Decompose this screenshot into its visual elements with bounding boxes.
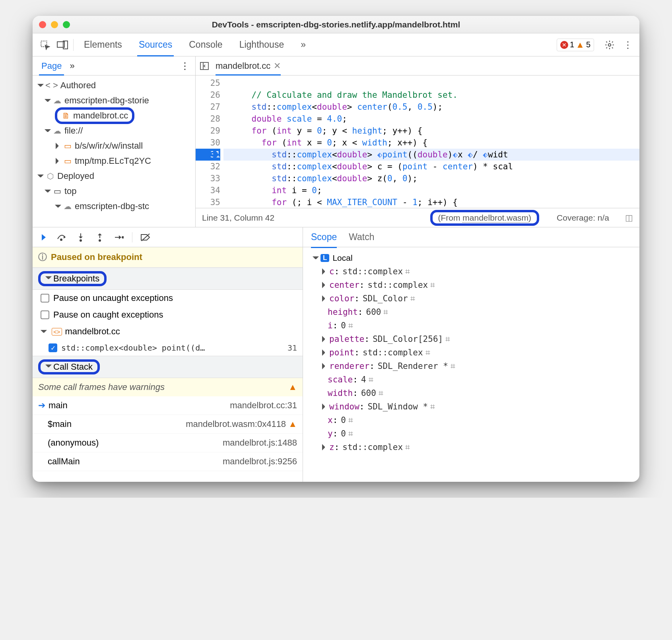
bp-file-group[interactable]: <> mandelbrot.cc	[33, 323, 303, 340]
memory-chip-icon[interactable]: ⌗	[410, 294, 415, 303]
tab-elements[interactable]: Elements	[78, 33, 128, 56]
navigator-overflow[interactable]: »	[70, 61, 74, 71]
close-tab-icon[interactable]: ✕	[274, 61, 281, 71]
memory-chip-icon[interactable]: ⌗	[348, 415, 353, 425]
issues-badge[interactable]: ✕ 1 ▲ 5	[557, 39, 594, 51]
call-stack-frame[interactable]: (anonymous)mandelbrot.js:1488	[33, 434, 303, 452]
tree-origin-file[interactable]: ☁file://	[33, 123, 195, 138]
tree-frame-top[interactable]: ▭top	[33, 184, 195, 199]
tab-console[interactable]: Console	[183, 33, 229, 56]
navigator-panel: Page » ⋮ < >Authored ☁emscripten-dbg-sto…	[33, 56, 196, 227]
memory-chip-icon[interactable]: ⌗	[425, 348, 430, 357]
local-badge-icon: L	[320, 254, 329, 262]
warning-icon: ▲	[288, 382, 297, 392]
scope-variable[interactable]: center:std::complex⌗	[309, 278, 634, 292]
memory-chip-icon[interactable]: ⌗	[348, 429, 353, 438]
memory-chip-icon[interactable]: ⌗	[405, 442, 410, 452]
scope-variable[interactable]: height:600⌗	[309, 305, 634, 319]
tab-overflow[interactable]: »	[294, 33, 312, 56]
device-toggle-icon[interactable]	[56, 38, 69, 52]
close-icon[interactable]	[39, 21, 46, 28]
svg-point-8	[80, 240, 82, 241]
tree-file-mandelbrot[interactable]: 🗎mandelbrot.cc	[33, 108, 195, 123]
scope-variable[interactable]: width:600⌗	[309, 386, 634, 400]
tab-sources[interactable]: Sources	[132, 33, 179, 56]
cloud-icon: ☁	[63, 202, 72, 211]
scope-variable[interactable]: scale:4⌗	[309, 373, 634, 386]
window-title: DevTools - emscripten-dbg-stories.netlif…	[33, 20, 639, 29]
navigator-tab-page[interactable]: Page	[38, 56, 65, 76]
memory-chip-icon[interactable]: ⌗	[430, 280, 435, 290]
memory-chip-icon[interactable]: ⌗	[383, 307, 388, 317]
call-stack-frame[interactable]: ➔mainmandelbrot.cc:31	[33, 396, 303, 415]
section-call-stack[interactable]: Call Stack	[33, 356, 303, 378]
step-out-button[interactable]	[94, 231, 106, 243]
scope-variable[interactable]: point:std::complex⌗	[309, 346, 634, 359]
scope-variable[interactable]: y:0⌗	[309, 427, 634, 440]
folder-icon: ▭	[63, 156, 72, 166]
scope-variable[interactable]: palette:SDL_Color[256]⌗	[309, 332, 634, 346]
section-breakpoints[interactable]: Breakpoints	[33, 268, 303, 290]
fullscreen-icon[interactable]	[63, 21, 70, 28]
tree-origin-deployed-site[interactable]: ☁emscripten-dbg-stc	[33, 199, 195, 214]
scope-variable[interactable]: window:SDL_Window *⌗	[309, 400, 634, 413]
error-icon: ✕	[560, 41, 568, 49]
memory-chip-icon[interactable]: ⌗	[369, 375, 373, 384]
kebab-menu-icon[interactable]: ⋮	[620, 38, 634, 52]
minimize-icon[interactable]	[51, 21, 58, 28]
scope-variable[interactable]: renderer:SDL_Renderer *⌗	[309, 359, 634, 373]
tree-origin-emscripten[interactable]: ☁emscripten-dbg-storie	[33, 93, 195, 108]
line-gutter[interactable]: 25262728293031323334353637	[196, 76, 223, 208]
deactivate-breakpoints-button[interactable]	[140, 231, 151, 243]
code-content[interactable]: // Calculate and draw the Mandelbrot set…	[223, 76, 639, 208]
main-toolbar: Elements Sources Console Lighthouse » ✕ …	[33, 33, 639, 56]
scope-variable[interactable]: color:SDL_Color⌗	[309, 292, 634, 305]
tree-group-deployed[interactable]: ⬡Deployed	[33, 169, 195, 184]
tab-watch[interactable]: Watch	[349, 232, 374, 242]
tree-group-authored[interactable]: < >Authored	[33, 78, 195, 93]
tree-folder-tmp[interactable]: ▭tmp/tmp.ELcTq2YC	[33, 153, 195, 169]
frame-icon: ▭	[52, 186, 62, 196]
memory-chip-icon[interactable]: ⌗	[379, 388, 383, 398]
tab-scope[interactable]: Scope	[311, 232, 337, 242]
call-stack-frame[interactable]: callMainmandelbrot.js:9256	[33, 452, 303, 471]
toggle-navigator-icon[interactable]	[200, 61, 209, 71]
step-over-button[interactable]	[56, 231, 68, 243]
call-stack-warning: Some call frames have warnings ▲	[33, 378, 303, 396]
debug-controls	[33, 227, 303, 247]
scope-variable[interactable]: c:std::complex⌗	[309, 265, 634, 278]
scope-variable[interactable]: z:std::complex⌗	[309, 440, 634, 454]
svg-point-12	[122, 237, 124, 238]
memory-chip-icon[interactable]: ⌗	[405, 267, 410, 276]
traffic-lights	[39, 21, 70, 28]
memory-chip-icon[interactable]: ⌗	[348, 321, 353, 330]
inspect-icon[interactable]	[38, 38, 52, 52]
scope-variable[interactable]: x:0⌗	[309, 413, 634, 427]
pause-uncaught-checkbox[interactable]: Pause on uncaught exceptions	[33, 290, 303, 306]
tab-lighthouse[interactable]: Lighthouse	[233, 33, 291, 56]
tree-folder-install[interactable]: ▭b/s/w/ir/x/w/install	[33, 138, 195, 153]
step-into-button[interactable]	[75, 231, 87, 243]
file-tree: < >Authored ☁emscripten-dbg-storie 🗎mand…	[33, 76, 195, 227]
resume-button[interactable]	[37, 231, 49, 243]
call-stack-frame[interactable]: $mainmandelbrot.wasm:0x4118 ▲	[33, 415, 303, 434]
scope-local-header[interactable]: L Local	[309, 251, 634, 265]
source-mapped-badge[interactable]: (From mandelbrot.wasm)	[430, 210, 540, 226]
navigator-menu-icon[interactable]: ⋮	[180, 60, 190, 72]
settings-icon[interactable]	[603, 38, 616, 52]
cube-icon: ⬡	[45, 171, 55, 181]
scope-panel: Scope Watch L Local c:std::complex⌗cente…	[303, 227, 639, 482]
warning-icon: ▲	[288, 419, 297, 429]
scope-variable[interactable]: i:0⌗	[309, 319, 634, 332]
memory-chip-icon[interactable]: ⌗	[451, 361, 455, 371]
editor-tab-mandelbrot[interactable]: mandelbrot.cc ✕	[216, 56, 281, 76]
file-icon: 🗎	[61, 111, 71, 120]
current-frame-icon: ➔	[38, 400, 45, 411]
cloud-icon: ☁	[52, 126, 62, 136]
step-button[interactable]	[113, 231, 125, 243]
breakpoint-entry[interactable]: ✓ std::complex<double> point((d… 31	[33, 340, 303, 356]
editor-footer-menu-icon[interactable]: ◫	[625, 213, 633, 223]
memory-chip-icon[interactable]: ⌗	[445, 334, 450, 344]
memory-chip-icon[interactable]: ⌗	[430, 402, 435, 411]
pause-caught-checkbox[interactable]: Pause on caught exceptions	[33, 306, 303, 323]
